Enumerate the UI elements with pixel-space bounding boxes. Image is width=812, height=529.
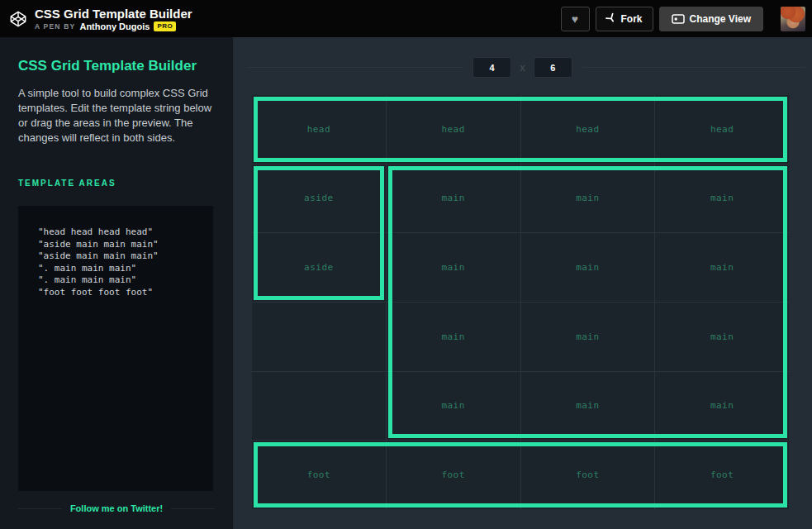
template-areas-heading: TEMPLATE AREAS <box>18 179 215 188</box>
fork-icon <box>604 12 617 26</box>
template-areas-editor[interactable]: "head head head head" "aside main main m… <box>18 206 213 491</box>
grid-cell-empty[interactable] <box>252 303 386 371</box>
pro-badge: PRO <box>154 21 176 31</box>
area-outline-head[interactable] <box>254 97 787 162</box>
size-separator: x <box>520 62 525 74</box>
pen-title: CSS Grid Template Builder <box>35 7 192 21</box>
fork-button-label: Fork <box>621 13 643 25</box>
preview-panel: x headheadheadheadasidemainmainmainaside… <box>233 37 812 529</box>
divider-line-left <box>18 508 62 509</box>
twitter-follow-link[interactable]: Follow me on Twitter! <box>70 503 163 513</box>
pen-subtitle: A PEN BY Anthony Dugois PRO <box>35 21 192 31</box>
divider-line-right <box>171 508 215 509</box>
fork-button[interactable]: Fork <box>596 7 653 31</box>
sidebar-description: A simple tool to build complex CSS Grid … <box>18 86 215 145</box>
sidebar: CSS Grid Template Builder A simple tool … <box>0 37 233 529</box>
area-outline-main[interactable] <box>388 166 787 439</box>
size-controls: x <box>233 57 812 78</box>
love-button[interactable]: ♥ <box>561 7 590 31</box>
pen-by-label: A PEN BY <box>35 22 75 31</box>
page-content: CSS Grid Template Builder A simple tool … <box>0 37 812 529</box>
change-view-icon <box>672 14 685 24</box>
sidebar-title: CSS Grid Template Builder <box>18 58 215 74</box>
change-view-button[interactable]: Change View <box>659 7 763 31</box>
grid-cell-empty[interactable] <box>252 372 386 441</box>
header-right: ♥ Fork Change View <box>561 7 805 31</box>
area-outline-foot[interactable] <box>254 442 787 508</box>
size-controls-inner: x <box>463 57 582 78</box>
heart-icon: ♥ <box>572 12 578 26</box>
columns-input[interactable] <box>472 57 511 78</box>
pen-author-link[interactable]: Anthony Dugois <box>79 21 150 31</box>
area-outline-aside[interactable] <box>254 166 384 300</box>
header-left: CSS Grid Template Builder A PEN BY Antho… <box>8 7 192 31</box>
change-view-label: Change View <box>690 13 751 25</box>
top-header: CSS Grid Template Builder A PEN BY Antho… <box>0 0 812 37</box>
grid-preview: headheadheadheadasidemainmainmainasidema… <box>252 95 789 509</box>
codepen-logo-icon[interactable] <box>8 9 28 29</box>
follow-row: Follow me on Twitter! <box>18 503 215 513</box>
title-block: CSS Grid Template Builder A PEN BY Antho… <box>35 7 192 31</box>
user-avatar[interactable] <box>781 7 805 31</box>
rows-input[interactable] <box>534 57 572 78</box>
